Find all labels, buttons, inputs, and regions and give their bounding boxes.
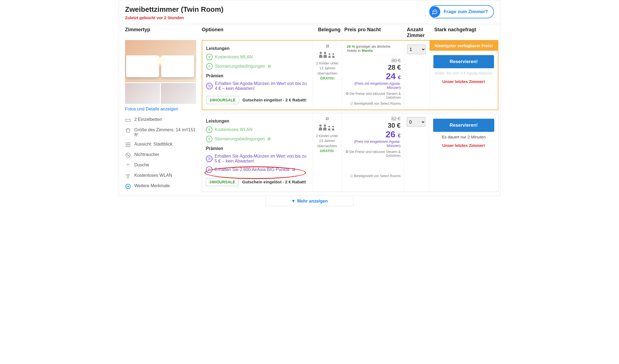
praemien-title: Prämien <box>206 146 308 151</box>
columns-header-row: Zimmertyp Optionen Belegung Preis pro Na… <box>119 24 500 40</box>
people-icon <box>314 124 340 132</box>
amenity-beds: 2 Einzelbetten <box>125 115 198 125</box>
offer-occupancy[interactable]: 2 Kinder unter 13 Jahren übernachten GRA… <box>313 41 342 110</box>
svg-point-22 <box>208 138 210 140</box>
offer-price: 26 % günstiger als ähnliche Hotels in Ma… <box>342 41 404 110</box>
view-icon <box>125 142 131 148</box>
wifi-icon <box>206 126 212 133</box>
col-count-label: Anzahl Zimmer <box>407 27 434 38</box>
svg-point-9 <box>209 65 210 67</box>
svg-rect-26 <box>293 168 295 170</box>
popout-icon <box>315 44 340 50</box>
coupon-text: Gutschein eingelöst - 2 € Rabatt! <box>242 180 306 184</box>
ask-room-button[interactable]: Frage zum Zimmer? <box>429 5 494 18</box>
svg-rect-12 <box>326 46 328 47</box>
col-occupancy-label: Belegung <box>314 27 344 38</box>
strike-price: 30 € <box>345 58 401 64</box>
amenity-view: Aussicht: Stadtblick <box>125 140 198 150</box>
room-count-select[interactable]: 1 <box>407 44 426 54</box>
gratis-text: GRATIS! <box>314 149 340 153</box>
shown-price: 30 € <box>345 122 401 129</box>
svg-rect-33 <box>346 151 348 153</box>
cancel-line[interactable]: Stornierungsbedingungen <box>206 63 308 70</box>
agoda-coin-icon: ⓐ <box>206 155 212 162</box>
more-features-link[interactable]: Weitere Merkmale <box>125 181 198 192</box>
wifi-line[interactable]: Kostenloses WLAN <box>206 126 308 133</box>
coupon-badge: 24HOURSALE <box>206 96 239 104</box>
room-main-image[interactable] <box>125 40 196 82</box>
reserve-button[interactable]: Reservieren! <box>433 119 494 132</box>
svg-point-15 <box>324 52 326 54</box>
panel-header: Zweibettzimmer (Twin Room) Zuletzt gebuc… <box>119 0 500 24</box>
room-thumb-2[interactable] <box>161 83 196 104</box>
tax-note: Die Preise sind inklusive Steuern & Gebü… <box>345 150 401 158</box>
svg-rect-11 <box>269 65 271 67</box>
room-sidebar: Fotos und Details anzeigen 2 Einzelbette… <box>125 40 202 195</box>
room-count-select[interactable]: 0 <box>407 117 425 127</box>
offer-row: Leistungen Kostenloses WLAN Stornierungs… <box>202 113 498 192</box>
last-room-note: Unser letztes Zimmer! <box>433 79 494 84</box>
big-price: 24 € <box>345 71 401 81</box>
reserve-button[interactable]: Reservieren! <box>433 55 494 68</box>
svg-point-30 <box>324 124 326 127</box>
col-type-label: Zimmertyp <box>125 27 202 38</box>
offer-price: 32 € 30 € 26 € (Preis mit eingelösten Ag… <box>342 113 404 192</box>
nonsmoking-icon <box>125 152 131 158</box>
offer-action: Reservieren! Es dauert nur 2 Minuten Uns… <box>429 113 498 192</box>
svg-point-29 <box>319 124 322 127</box>
popout-icon <box>292 168 295 172</box>
bulb-icon <box>206 136 212 142</box>
svg-rect-34 <box>346 151 348 152</box>
popout-icon <box>267 137 271 141</box>
praemien-title: Prämien <box>206 73 308 78</box>
svg-point-21 <box>209 130 209 131</box>
svg-rect-3 <box>126 119 130 121</box>
wifi-line[interactable]: Kostenloses WLAN <box>206 54 308 60</box>
offer-action: Niedrigster verfügbarer Preis! Reservier… <box>430 41 498 110</box>
provider-note: Bereitgestellt von Select Rooms <box>345 102 401 106</box>
provider-note: Bereitgestellt von Select Rooms <box>345 174 401 178</box>
svg-point-16 <box>329 53 330 55</box>
svg-point-32 <box>332 126 334 127</box>
svg-rect-10 <box>268 66 270 67</box>
duration-hint: Es dauert nur 2 Minuten <box>433 135 494 139</box>
points-line[interactable]: P Erhalten Sie 2.600 AirAsia BIG-Punkte <box>206 166 308 173</box>
coins-line[interactable]: ⓐ Erhalten Sie Agoda-Münzen im Wert von … <box>206 154 308 164</box>
svg-point-17 <box>333 53 334 55</box>
coins-hint: Holen Sie sich 4 € Agoda-Münzen <box>433 71 494 75</box>
leistungen-title: Leistungen <box>206 46 308 51</box>
cancel-line[interactable]: Stornierungsbedingungen <box>206 136 308 142</box>
col-demand-label: Stark nachgefragt <box>434 27 494 38</box>
amenity-nonsmoking: Nichtraucher <box>125 150 198 160</box>
amenity-shower: Dusche <box>125 160 198 171</box>
svg-rect-13 <box>327 45 329 47</box>
coupon-badge: 24HOURSALE <box>206 178 239 186</box>
tax-note: Die Preise sind inklusive Steuern & Gebü… <box>345 92 401 99</box>
bed-icon <box>125 117 131 123</box>
ask-room-wrap: Frage zum Zimmer? <box>429 5 494 18</box>
offer-occupancy[interactable]: 2 Kinder unter 13 Jahren übernachten GRA… <box>313 113 342 192</box>
col-options-label: Optionen <box>202 27 314 38</box>
offers-column: Leistungen Kostenloses WLAN Stornierungs… <box>202 40 498 195</box>
svg-point-8 <box>209 58 210 58</box>
coins-line[interactable]: ⓐ Erhalten Sie Agoda-Münzen im Wert von … <box>206 81 308 91</box>
room-panel: Zweibettzimmer (Twin Room) Zuletzt gebuc… <box>119 0 500 196</box>
col-price-label: Preis pro Nacht <box>344 27 407 38</box>
wifi-icon <box>125 173 131 179</box>
svg-rect-18 <box>346 93 348 95</box>
room-title: Zweibettzimmer (Twin Room) <box>125 5 223 14</box>
show-more-bar[interactable]: ▼Mehr anzeigen <box>266 197 353 206</box>
cheaper-ribbon: 26 % günstiger als ähnliche Hotels in Ma… <box>345 43 401 55</box>
leistungen-title: Leistungen <box>206 119 308 124</box>
popout-icon <box>314 117 340 122</box>
svg-point-14 <box>320 52 322 54</box>
offer-count: 0 <box>404 113 429 192</box>
offer-options: Leistungen Kostenloses WLAN Stornierungs… <box>202 113 313 192</box>
room-thumb-1[interactable] <box>125 83 160 104</box>
svg-rect-25 <box>293 169 294 171</box>
points-icon: P <box>206 166 212 173</box>
svg-rect-24 <box>268 138 270 140</box>
coin-price-note: (Preis mit eingelösten Agoda-Münzen) <box>345 140 401 148</box>
photos-details-link[interactable]: Fotos und Details anzeigen <box>125 107 198 112</box>
caret-down-icon: ▼ <box>291 199 296 203</box>
